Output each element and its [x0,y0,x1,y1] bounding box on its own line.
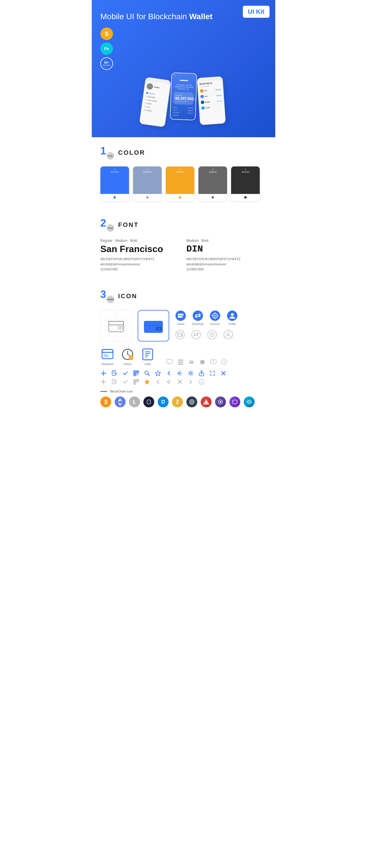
hero-title: Mobile UI for Blockchain Wallet [101,11,262,22]
app-icons-row: Mangment History Order [101,347,266,366]
section-num-1: 1 ONE [101,146,114,160]
icon-qr [133,370,139,376]
svg-rect-52 [143,349,152,360]
phone-mockup-2: 9:41+ Character may be mastered in the g… [170,72,197,121]
svg-point-40 [227,332,230,335]
crypto-grid [186,397,197,407]
svg-rect-100 [134,380,135,381]
section-num-3: 3 THREE [101,289,114,303]
font-din: Medium · Bold DIN ABCDEFGHIJKLMNOPQRSTUV… [186,239,266,272]
icon-arrow-left [166,370,172,376]
icon-resize [209,370,216,376]
svg-rect-80 [134,374,135,375]
icon-share-gray [166,379,172,385]
svg-point-24 [215,315,216,316]
nav-icon-exchange: Exchange [192,310,204,326]
svg-rect-14 [144,321,163,326]
svg-marker-110 [118,398,120,402]
icon-section: 3 THREE ICON [92,281,275,416]
svg-point-69 [224,361,225,361]
icon-info-gray [221,359,228,366]
blockchain-line [101,391,107,392]
icon-doc-edit [111,370,117,376]
phone-mockup-1: 9:41⚙ Profile Mainnet Message Red Collec… [139,77,171,127]
icon-search [144,370,150,376]
icon-qr-gray [133,379,139,385]
blockchain-label-row: BlockChain Icon [101,390,266,393]
swatch-blue: #3574FA [101,166,129,201]
font-section: 2 TWO FONT Regular · Medium · Bold San F… [92,209,275,281]
svg-point-30 [231,313,234,316]
svg-rect-62 [190,362,194,364]
crypto-other [244,397,255,407]
icon-construction-grid [101,310,132,341]
icon-doc-edit-gray [111,379,117,385]
section-num-2: 2 TWO [101,218,114,232]
svg-rect-41 [102,349,113,359]
crypto-icons-row: ₿ Ł D Z [101,397,266,407]
icon-wallet-filled [138,310,169,341]
nav-icon-discover-outline [207,330,217,340]
font-san-francisco: Regular · Medium · Bold San Francisco AB… [101,239,181,272]
swatch-gray: #8DA0C8 [133,166,162,201]
crypto-bitshares [143,397,154,407]
icon-arrow-right-gray [188,379,194,385]
crypto-ethereum [115,397,125,407]
svg-marker-87 [156,371,161,376]
icon-speech-gray [210,359,217,366]
svg-point-120 [220,401,221,403]
svg-line-48 [128,354,130,355]
svg-rect-102 [134,383,135,384]
nav-icon-assets-outline [175,330,185,340]
svg-point-88 [190,372,192,374]
svg-marker-103 [144,379,150,384]
icon-star-active [144,379,150,385]
icon-arrow-left-gray [155,379,161,385]
svg-rect-78 [134,371,135,372]
svg-rect-82 [138,374,138,374]
ps-badge: Ps [101,42,113,55]
svg-rect-81 [137,374,137,374]
svg-rect-34 [181,335,182,336]
nav-icon-profile-outline [223,330,233,340]
nav-icon-profile: Profile [227,310,238,326]
icon-check [122,370,129,376]
svg-rect-84 [138,375,138,375]
swatch-mid-gray: #666666 [198,166,227,201]
icon-upload-box [198,370,205,376]
svg-marker-109 [120,398,122,402]
svg-rect-83 [137,375,137,375]
crypto-augur [215,397,226,407]
icon-star [155,370,161,376]
icon-check-gray [122,379,129,385]
svg-point-16 [158,328,160,330]
icon-stack-gray [177,359,184,366]
util-icons-gray [101,379,266,385]
svg-point-108 [201,381,202,381]
nav-icon-assets: Assets [175,310,186,326]
color-section: 1 ONE COLOR #3574FA #8DA0C8 #F5A623 #666… [92,137,275,209]
icon-settings [188,370,194,376]
svg-point-63 [200,360,205,364]
icon-plus [101,370,107,376]
icon-close [220,370,227,376]
icon-plus-gray [101,379,107,385]
crypto-zcash: Z [172,397,183,407]
crypto-polygon [229,397,240,407]
icon-info-circle-gray [198,379,205,385]
swatch-orange: #F5A623 [166,166,194,201]
crypto-litecoin: Ł [129,397,140,407]
color-swatches: #3574FA #8DA0C8 #F5A623 #666666 #303030 [101,166,266,201]
grid-lines-svg [101,310,132,342]
svg-marker-111 [120,402,122,406]
icon-order: Order [140,347,155,366]
crypto-bitcoin: ₿ [101,397,111,407]
svg-rect-42 [102,349,113,352]
icon-management: Mangment [101,347,115,366]
icon-x-gray [177,379,183,385]
phone-mockup-3: + $6,297,502.12 12-288 • 738-2003 BTC 73… [197,76,226,125]
nav-icon-discover: Discover [209,310,221,326]
wallet-filled-svg [143,317,163,334]
icon-history: History [120,347,135,366]
icon-circle-gray [199,359,206,366]
